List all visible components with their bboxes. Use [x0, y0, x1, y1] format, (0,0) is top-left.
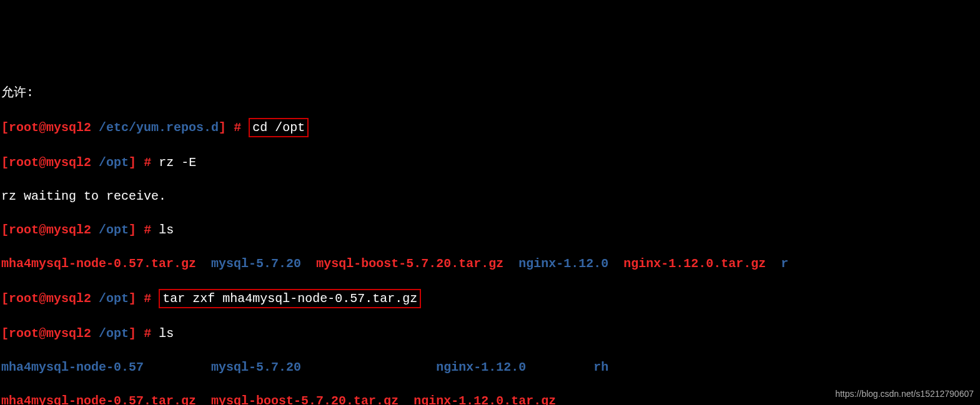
file-node-tgz: mha4mysql-node-0.57.tar.gz: [1, 394, 196, 405]
command-rz: rz -E: [159, 155, 196, 170]
command-ls: ls: [159, 223, 174, 237]
file-node-tgz: mha4mysql-node-0.57.tar.gz: [1, 256, 196, 271]
command-tar: tar zxf mha4mysql-node-0.57.tar.gz: [159, 289, 421, 308]
rz-output: rz waiting to receive.: [1, 189, 166, 203]
watermark: https://blog.csdn.net/s15212790607: [835, 388, 974, 400]
file-boost-tgz: mysql-boost-5.7.20.tar.gz: [211, 394, 398, 405]
dir-mysql: mysql-5.7.20: [211, 256, 301, 271]
partial-text: 允许:: [1, 85, 34, 100]
dir-mysql: mysql-5.7.20: [211, 360, 301, 374]
bracket: ]: [219, 120, 226, 135]
user: root: [9, 120, 39, 135]
command-cd-opt: cd /opt: [249, 118, 309, 137]
hash: #: [234, 120, 241, 135]
terminal-output: 允许: [root@mysql2 /etc/yum.repos.d] # cd …: [0, 67, 980, 405]
dir-nginx: nginx-1.12.0: [436, 360, 526, 374]
bracket: [: [1, 120, 9, 135]
at: @: [39, 120, 46, 135]
dir-node: mha4mysql-node-0.57: [1, 360, 144, 374]
dir-rh: rh: [593, 360, 608, 374]
cwd: /etc/yum.repos.d: [99, 120, 219, 135]
host: mysql2: [46, 120, 91, 135]
file-nginx-tgz: nginx-1.12.0.tar.gz: [413, 394, 556, 405]
dir-nginx: nginx-1.12.0: [518, 256, 608, 271]
file-boost-tgz: mysql-boost-5.7.20.tar.gz: [316, 256, 503, 271]
file-nginx-tgz: nginx-1.12.0.tar.gz: [623, 256, 766, 271]
command-ls: ls: [159, 326, 174, 341]
trail: r: [781, 256, 788, 271]
